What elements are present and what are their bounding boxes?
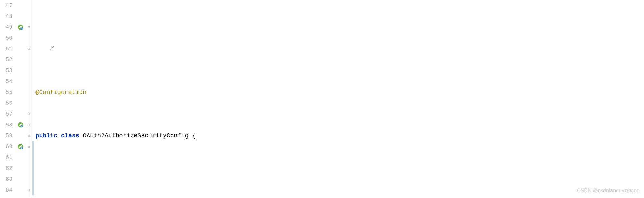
code-content[interactable]: / @Configuration public class OAuth2Auth… xyxy=(32,0,644,198)
line-number[interactable]: 60 xyxy=(0,141,12,152)
watermark-text: CSDN @csdnfanguyinheng xyxy=(577,185,640,196)
line-number[interactable]: 51 xyxy=(0,43,12,54)
line-number[interactable]: 49 xyxy=(0,22,12,33)
line-number[interactable]: 59 xyxy=(0,130,12,141)
line-number[interactable]: 64 xyxy=(0,185,12,195)
line-number[interactable]: 48 xyxy=(0,11,12,22)
code-line[interactable]: @Configuration xyxy=(32,87,644,98)
vcs-change-marker[interactable] xyxy=(32,141,34,195)
line-number[interactable]: 55 xyxy=(0,87,12,98)
line-number-gutter: 474849505152535455565758596061626364 xyxy=(0,0,15,198)
line-number[interactable]: 63 xyxy=(0,174,12,185)
line-number[interactable]: 54 xyxy=(0,76,12,87)
line-number[interactable]: 47 xyxy=(0,0,12,11)
spring-bean-method-icon[interactable] xyxy=(15,119,26,130)
line-number[interactable]: 53 xyxy=(0,65,12,76)
line-number[interactable]: 58 xyxy=(0,119,12,130)
line-number[interactable]: 57 xyxy=(0,109,12,119)
line-number[interactable]: 50 xyxy=(0,33,12,43)
line-number[interactable]: 61 xyxy=(0,152,12,163)
gutter-icon-column xyxy=(15,0,26,198)
line-number[interactable]: 62 xyxy=(0,163,12,174)
code-editor: 474849505152535455565758596061626364 ⊟ ⊟… xyxy=(0,0,644,198)
spring-bean-method-go-icon[interactable] xyxy=(15,141,26,152)
code-line[interactable]: public class OAuth2AuthorizeSecurityConf… xyxy=(32,130,644,141)
line-number[interactable]: 56 xyxy=(0,98,12,109)
code-line[interactable]: / xyxy=(32,43,644,54)
code-line[interactable] xyxy=(32,174,644,185)
line-number[interactable]: 52 xyxy=(0,54,12,65)
fold-column: ⊟ ⊟ ⊟ ⊟ ⊟ ⊟ ⊟ xyxy=(26,0,32,198)
spring-bean-class-icon[interactable] xyxy=(15,22,26,33)
